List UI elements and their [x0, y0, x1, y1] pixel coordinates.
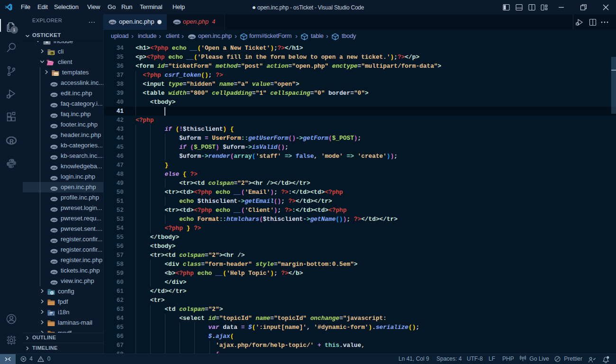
svg-text:php: php — [51, 114, 57, 117]
svg-text:php: php — [109, 21, 115, 24]
svg-text:php: php — [51, 177, 57, 180]
svg-text:php: php — [189, 36, 195, 38]
svg-text:php: php — [51, 146, 57, 148]
svg-text:php: php — [51, 166, 57, 169]
svg-text:php: php — [174, 21, 180, 24]
svg-text:php: php — [51, 125, 57, 127]
svg-text:php: php — [51, 156, 57, 159]
svg-text:文: 文 — [52, 313, 54, 316]
svg-text:php: php — [51, 218, 57, 221]
svg-text:php: php — [51, 208, 57, 211]
svg-text:R: R — [9, 138, 14, 145]
svg-text:php: php — [51, 281, 57, 284]
svg-text:php: php — [51, 260, 57, 263]
svg-text:php: php — [51, 198, 57, 200]
svg-text:php: php — [51, 104, 57, 107]
svg-text:php: php — [51, 187, 57, 190]
svg-text:php: php — [51, 250, 57, 253]
svg-text:php: php — [51, 93, 57, 96]
svg-text:php: php — [51, 135, 57, 138]
svg-text:php: php — [51, 271, 57, 273]
svg-text:php: php — [51, 239, 57, 242]
svg-text:php: php — [51, 83, 57, 86]
svg-text:php: php — [51, 229, 57, 232]
